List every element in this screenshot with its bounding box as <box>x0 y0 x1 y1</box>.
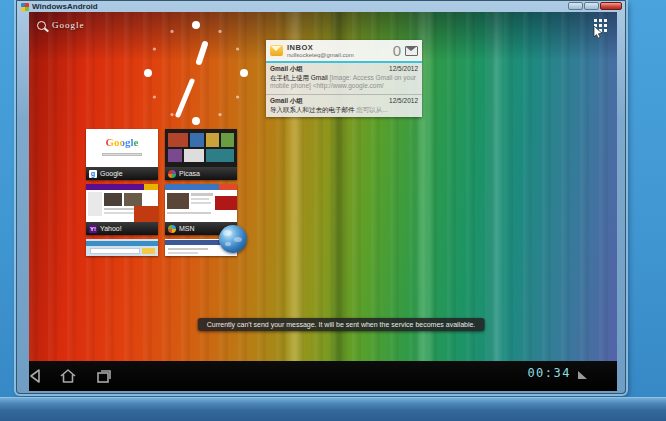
email-row[interactable]: Gmail 小组 12/5/2012 在手机上使用 Gmail [Image: … <box>266 63 422 95</box>
browser-globe-icon[interactable] <box>219 225 247 253</box>
bookmark-label: Google <box>100 170 123 177</box>
status-clock[interactable]: 00:34 <box>527 366 571 380</box>
maximize-button[interactable] <box>584 2 599 10</box>
window-title: WindowsAndroid <box>32 3 98 11</box>
home-icon[interactable] <box>59 368 77 384</box>
app-window-icon <box>21 3 29 11</box>
signal-icon <box>578 371 587 379</box>
windowsandroid-window: WindowsAndroid Google <box>16 0 626 394</box>
yahoo-thumbnail <box>86 184 158 222</box>
mouse-cursor-icon <box>593 26 603 39</box>
google-search-widget[interactable]: Google <box>37 17 85 33</box>
bookmark-picasa[interactable]: Picasa <box>165 129 237 180</box>
search-label: Google <box>52 20 85 30</box>
gmail-icon <box>270 45 283 56</box>
bookmark-label: Picasa <box>179 170 200 177</box>
bookmark-google[interactable]: Google g Google <box>86 129 158 180</box>
inbox-account: nullsocketeq@gmail.com <box>287 52 354 59</box>
bookmark-yahoo[interactable]: Y! Yahoo! <box>86 184 158 235</box>
email-subject: 导入联系人和过去的电子邮件 <box>270 106 355 113</box>
compose-icon[interactable] <box>405 46 418 56</box>
email-snippet: 您可以从... <box>356 106 387 113</box>
bookmark-label: MSN <box>179 225 195 232</box>
unread-count: 0 <box>393 42 401 59</box>
gmail-inbox-widget[interactable]: INBOX nullsocketeq@gmail.com 0 Gmail 小组 … <box>266 40 422 117</box>
window-titlebar[interactable]: WindowsAndroid <box>17 1 625 12</box>
close-button[interactable] <box>600 2 622 10</box>
google-icon: g <box>89 170 97 178</box>
android-navbar: 00:34 <box>29 361 617 391</box>
recents-icon[interactable] <box>95 368 113 384</box>
email-sender: Gmail 小组 <box>270 97 303 106</box>
picasa-thumbnail <box>165 129 237 167</box>
toast-message: Currently can't send your message. It wi… <box>198 318 485 331</box>
analog-clock-widget[interactable] <box>141 18 251 128</box>
picasa-icon <box>168 170 176 178</box>
email-row[interactable]: Gmail 小组 12/5/2012 导入联系人和过去的电子邮件 您可以从... <box>266 95 422 117</box>
google-thumbnail: Google <box>86 129 158 167</box>
search-icon <box>37 21 46 30</box>
google-logo-text: Google <box>86 136 158 148</box>
minute-hand <box>178 81 192 115</box>
inbox-title: INBOX <box>287 43 354 52</box>
msn-icon <box>168 225 176 233</box>
bookmark-partial[interactable] <box>86 239 158 256</box>
back-icon[interactable] <box>29 368 41 384</box>
android-screen: Google <box>29 12 617 391</box>
yahoo-icon: Y! <box>89 225 97 233</box>
email-date: 12/5/2012 <box>389 65 418 74</box>
windows-taskbar: CH 100% · 0:34 2013/1/23 <box>0 397 666 421</box>
bookmark-label: Yahoo! <box>100 225 122 232</box>
email-subject: 在手机上使用 Gmail <box>270 74 328 81</box>
msn-thumbnail <box>165 184 237 222</box>
minimize-button[interactable] <box>568 2 583 10</box>
hour-hand <box>199 44 205 62</box>
email-sender: Gmail 小组 <box>270 65 303 74</box>
email-date: 12/5/2012 <box>389 97 418 106</box>
inbox-header[interactable]: INBOX nullsocketeq@gmail.com 0 <box>266 40 422 61</box>
